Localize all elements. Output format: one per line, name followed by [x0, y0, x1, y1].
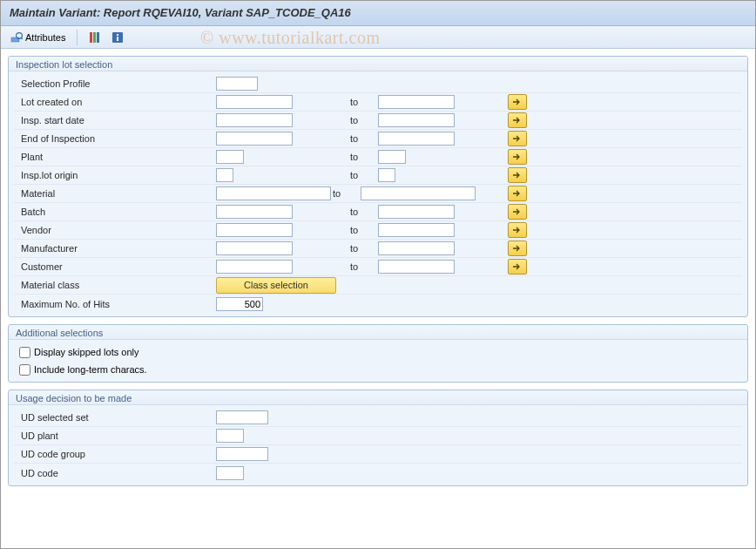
label-ud-plant: UD plant — [16, 430, 216, 441]
row-ud-plant: UD plant — [14, 427, 742, 445]
arrow-right-icon — [512, 116, 523, 125]
label-to: to — [329, 207, 378, 217]
input-material-from[interactable] — [216, 186, 331, 200]
group-inspection-lot-selection: Inspection lot selection Selection Profi… — [8, 56, 748, 317]
label-to: to — [329, 243, 378, 254]
multiple-selection-button[interactable] — [508, 259, 527, 274]
row-material-class: Material class Class selection — [14, 276, 742, 295]
label-ud-code: UD code — [16, 468, 216, 478]
input-customer-from[interactable] — [216, 260, 293, 274]
row-batch: Batch to — [14, 203, 742, 221]
attributes-button[interactable]: Attributes — [8, 30, 68, 44]
toolbar-icon-info[interactable] — [109, 30, 126, 44]
multiple-selection-button[interactable] — [508, 222, 527, 238]
label-selection-profile: Selection Profile — [16, 78, 216, 89]
input-batch-to[interactable] — [378, 205, 455, 219]
svg-rect-8 — [117, 37, 118, 41]
input-end-insp-to[interactable] — [378, 132, 455, 146]
toolbar-icon-stripes[interactable] — [86, 30, 104, 44]
multiple-selection-button[interactable] — [508, 167, 527, 183]
row-include-longterm: Include long-term characs. — [14, 361, 742, 378]
label-customer: Customer — [16, 261, 216, 272]
attributes-icon — [10, 31, 23, 44]
label-ud-code-group: UD code group — [16, 449, 216, 459]
row-ud-selected-set: UD selected set — [14, 409, 742, 427]
multiple-selection-button[interactable] — [508, 131, 527, 146]
row-customer: Customer to — [14, 258, 742, 276]
info-icon — [111, 31, 124, 44]
stripes-icon — [89, 31, 101, 44]
multiple-selection-button[interactable] — [508, 112, 527, 128]
input-plant-from[interactable] — [216, 150, 244, 164]
multiple-selection-button[interactable] — [508, 94, 527, 110]
input-material-to[interactable] — [361, 186, 476, 200]
label-to: to — [329, 115, 378, 125]
group-title-usage: Usage decision to be made — [9, 390, 747, 405]
attributes-label: Attributes — [25, 32, 65, 43]
multiple-selection-button[interactable] — [508, 186, 527, 201]
label-to: to — [329, 170, 378, 180]
group-title-inspection: Inspection lot selection — [9, 57, 747, 71]
svg-rect-7 — [117, 34, 118, 36]
input-insp-start-to[interactable] — [378, 113, 455, 127]
arrow-right-icon — [512, 98, 523, 106]
input-origin-from[interactable] — [216, 168, 233, 182]
row-lot-created-on: Lot created on to — [14, 93, 742, 112]
arrow-right-icon — [512, 226, 523, 234]
multiple-selection-button[interactable] — [508, 204, 527, 220]
label-display-skipped: Display skipped lots only — [34, 347, 138, 357]
input-max-hits[interactable] — [216, 297, 263, 311]
group-title-additional: Additional selections — [9, 325, 747, 340]
label-to: to — [329, 261, 378, 272]
toolbar: Attributes — [1, 26, 755, 49]
row-plant: Plant to — [14, 148, 742, 166]
arrow-right-icon — [512, 171, 523, 180]
svg-rect-5 — [97, 32, 99, 43]
label-to: to — [329, 225, 378, 235]
input-ud-selected-set[interactable] — [216, 410, 268, 424]
input-selection-profile[interactable] — [216, 77, 258, 91]
input-ud-plant[interactable] — [216, 429, 244, 443]
input-lot-created-from[interactable] — [216, 95, 293, 109]
input-end-insp-from[interactable] — [216, 132, 293, 146]
row-selection-profile: Selection Profile — [14, 75, 742, 93]
arrow-right-icon — [512, 152, 523, 161]
label-to: to — [329, 188, 361, 199]
input-vendor-from[interactable] — [216, 223, 293, 237]
label-ud-selected-set: UD selected set — [16, 412, 216, 423]
input-batch-from[interactable] — [216, 205, 293, 219]
label-material: Material — [16, 188, 216, 199]
input-customer-to[interactable] — [378, 260, 455, 274]
class-selection-button[interactable]: Class selection — [216, 277, 336, 294]
svg-rect-3 — [90, 32, 92, 43]
checkbox-display-skipped[interactable] — [19, 347, 30, 358]
row-display-skipped: Display skipped lots only — [14, 343, 742, 361]
input-lot-created-to[interactable] — [378, 95, 455, 109]
row-insp-start-date: Insp. start date to — [14, 112, 742, 130]
multiple-selection-button[interactable] — [508, 241, 527, 256]
input-ud-code[interactable] — [216, 466, 244, 480]
input-vendor-to[interactable] — [378, 223, 455, 237]
label-vendor: Vendor — [16, 225, 216, 235]
label-insp-start-date: Insp. start date — [16, 115, 216, 125]
input-origin-to[interactable] — [378, 168, 395, 182]
row-max-hits: Maximum No. of Hits — [14, 295, 742, 313]
label-end-of-inspection: End of Inspection — [16, 133, 216, 144]
label-material-class: Material class — [16, 280, 216, 290]
row-material: Material to — [14, 185, 742, 203]
row-insp-lot-origin: Insp.lot origin to — [14, 166, 742, 185]
input-manufacturer-from[interactable] — [216, 241, 293, 255]
arrow-right-icon — [512, 207, 523, 216]
input-ud-code-group[interactable] — [216, 447, 268, 461]
input-insp-start-from[interactable] — [216, 113, 293, 127]
row-vendor: Vendor to — [14, 221, 742, 240]
row-ud-code-group: UD code group — [14, 445, 742, 464]
input-manufacturer-to[interactable] — [378, 241, 455, 255]
label-to: to — [329, 152, 378, 162]
arrow-right-icon — [512, 262, 523, 271]
arrow-right-icon — [512, 134, 523, 143]
input-plant-to[interactable] — [378, 150, 406, 164]
multiple-selection-button[interactable] — [508, 149, 527, 165]
page-title: Maintain Variant: Report RQEVAI10, Varia… — [1, 1, 755, 26]
checkbox-include-longterm[interactable] — [19, 364, 30, 376]
